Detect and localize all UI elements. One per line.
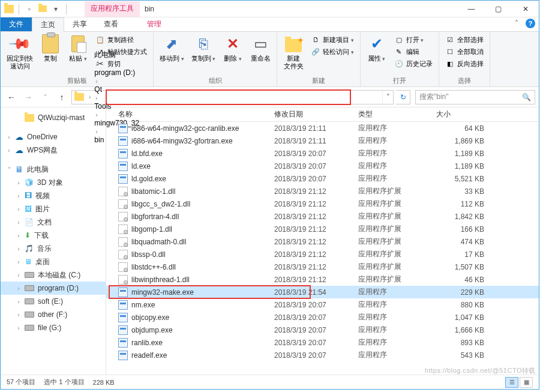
file-row[interactable]: mingw32-make.exe 2018/3/19 21:54 应用程序 22… [106,286,539,298]
file-list[interactable]: i686-w64-mingw32-gcc-ranlib.exe 2018/3/1… [106,122,539,375]
nav-forward-button[interactable]: → [21,90,35,104]
expand-icon[interactable]: › [15,285,22,292]
file-row[interactable]: objcopy.exe 2018/3/19 20:07 应用程序 1,047 K… [106,311,539,324]
expand-icon[interactable]: › [15,298,22,305]
sidebar-item[interactable]: ˅🖥此电脑 [1,163,106,176]
sidebar-item[interactable]: ›🎵音乐 [1,242,106,255]
file-row[interactable]: libssp-0.dll 2018/3/19 21:12 应用程序扩展 17 K… [106,248,539,261]
sidebar-item[interactable]: ›🧊3D 对象 [1,176,106,189]
file-row[interactable]: nm.exe 2018/3/19 20:07 应用程序 880 KB [106,298,539,311]
file-row[interactable]: libgfortran-4.dll 2018/3/19 21:12 应用程序扩展… [106,210,539,223]
tab-manage[interactable]: 管理 [139,17,170,31]
easyaccess-button[interactable]: 🔗轻松访问 [308,46,356,57]
expand-icon[interactable]: › [15,259,22,265]
file-row[interactable]: i686-w64-mingw32-gcc-ranlib.exe 2018/3/1… [106,122,539,134]
file-row[interactable]: ranlib.exe 2018/3/19 20:07 应用程序 893 KB [106,336,539,349]
sidebar-item[interactable]: ›🖼图片 [1,202,106,216]
breadcrumb-segment[interactable]: Qt [93,85,140,94]
rename-button[interactable]: ▭重命名 [248,33,273,64]
expand-icon[interactable]: › [15,272,22,279]
sidebar[interactable]: QtWuziqi-mast›☁OneDrive›☁WPS网盘˅🖥此电脑›🧊3D … [1,107,106,375]
nav-recent-button[interactable]: ˅ [38,90,52,104]
file-row[interactable]: i686-w64-mingw32-gfortran.exe 2018/3/19 … [106,134,539,147]
selectall-button[interactable]: ☑全部选择 [443,34,486,45]
expand-icon[interactable]: › [15,219,22,226]
ribbon-collapse-icon[interactable]: ˄ [515,19,518,28]
file-row[interactable]: objdump.exe 2018/3/19 20:07 应用程序 1,666 K… [106,324,539,336]
copy-button[interactable]: 复制 [38,33,63,64]
sidebar-item[interactable]: ›soft (E:) [1,295,106,308]
breadcrumb-segment[interactable]: 此电脑 [93,50,140,60]
newitem-button[interactable]: 🗋新建项目 [308,34,356,45]
file-row[interactable]: libquadmath-0.dll 2018/3/19 21:12 应用程序扩展… [106,235,539,248]
expand-icon[interactable]: › [15,232,22,239]
col-date[interactable]: 修改日期 [268,109,352,119]
sidebar-item[interactable]: ›📄文档 [1,216,106,229]
file-row[interactable]: readelf.exe 2018/3/19 20:07 应用程序 543 KB [106,349,539,361]
breadcrumb[interactable]: › 此电脑›program (D:)›Qt›Tools›mingw730_32›… [71,90,394,104]
view-icons-button[interactable]: ▦ [520,377,533,388]
expand-icon[interactable]: › [5,147,13,154]
help-icon[interactable]: ? [526,19,535,28]
sidebar-item[interactable]: ›🎞视频 [1,189,106,202]
expand-icon[interactable]: › [15,325,22,331]
breadcrumb-dropdown[interactable]: ˅ [382,91,393,104]
view-details-button[interactable]: ☰ [505,377,518,388]
expand-icon[interactable]: › [15,246,22,252]
file-row[interactable]: ld.exe 2018/3/19 20:07 应用程序 1,189 KB [106,160,539,172]
newfolder-button[interactable]: 新建 文件夹 [281,33,306,71]
breadcrumb-segment[interactable]: bin [93,136,140,144]
history-button[interactable]: 🕘历史记录 [392,58,435,69]
file-row[interactable]: libstdc++-6.dll 2018/3/19 21:12 应用程序扩展 1… [106,261,539,273]
tab-share[interactable]: 共享 [64,17,95,31]
qat-customize-icon[interactable]: ▾ [50,4,61,14]
sidebar-item[interactable]: ›other (F:) [1,308,106,321]
moveto-button[interactable]: ⬈移动到 [157,33,187,64]
sidebar-item[interactable]: ›☁OneDrive [1,130,106,143]
file-row[interactable]: libatomic-1.dll 2018/3/19 21:12 应用程序扩展 3… [106,185,539,198]
delete-button[interactable]: ✕删除 [220,33,245,64]
col-type[interactable]: 类型 [352,109,430,119]
file-row[interactable]: libgcc_s_dw2-1.dll 2018/3/19 21:12 应用程序扩… [106,198,539,210]
selectnone-button[interactable]: ☐全部取消 [443,46,486,57]
sidebar-item[interactable]: ›program (D:) [1,282,106,295]
breadcrumb-segment[interactable]: program (D:) [93,68,140,77]
expand-icon[interactable]: › [15,312,22,318]
pin-button[interactable]: 📌 固定到快 速访问 [4,33,35,71]
expand-icon[interactable]: › [15,179,22,186]
edit-button[interactable]: ✎编辑 [392,46,435,57]
col-size[interactable]: 大小 [430,109,508,119]
open-button[interactable]: ▢打开 [392,34,435,45]
file-row[interactable]: libgomp-1.dll 2018/3/19 21:12 应用程序扩展 166… [106,223,539,235]
expand-icon[interactable]: › [5,134,13,140]
tab-file[interactable]: 文件 [1,17,32,31]
sidebar-item[interactable]: ›本地磁盘 (C:) [1,268,106,282]
minimize-button[interactable]: — [458,1,485,17]
sidebar-item[interactable]: QtWuziqi-mast [1,111,106,124]
file-row[interactable]: ld.bfd.exe 2018/3/19 20:07 应用程序 1,189 KB [106,147,539,160]
file-row[interactable]: ld.gold.exe 2018/3/19 20:07 应用程序 5,521 K… [106,172,539,185]
nav-up-button[interactable]: ↑ [55,90,69,104]
nav-back-button[interactable]: ← [4,90,19,104]
maximize-button[interactable]: ▢ [485,1,512,17]
sidebar-item[interactable]: ›file (G:) [1,321,106,334]
breadcrumb-segment[interactable]: mingw730_32 [93,119,140,127]
sidebar-item[interactable]: ›🖥桌面 [1,255,106,268]
file-row[interactable]: libwinpthread-1.dll 2018/3/19 21:12 应用程序… [106,273,539,286]
qat-newfolder-icon[interactable] [37,4,48,14]
sidebar-item[interactable]: ›☁WPS网盘 [1,143,106,157]
close-button[interactable]: ✕ [512,1,539,17]
sidebar-item[interactable]: ›⬇下载 [1,229,106,242]
expand-icon[interactable]: ˅ [5,166,13,173]
search-input[interactable]: 搜索"bin" 🔍 [415,90,535,104]
properties-button[interactable]: ✔属性 [364,33,389,64]
tab-home[interactable]: 主页 [32,17,64,32]
copyto-button[interactable]: ⎘复制到 [189,33,218,64]
refresh-button[interactable]: ↻ [396,90,410,104]
paste-button[interactable]: 粘贴 [65,33,91,64]
invert-button[interactable]: ◧反向选择 [443,58,486,69]
tab-view[interactable]: 查看 [95,17,127,31]
breadcrumb-segment[interactable]: Tools [93,102,140,110]
qat-properties-icon[interactable]: ▫ [24,4,35,14]
expand-icon[interactable]: › [15,206,22,213]
